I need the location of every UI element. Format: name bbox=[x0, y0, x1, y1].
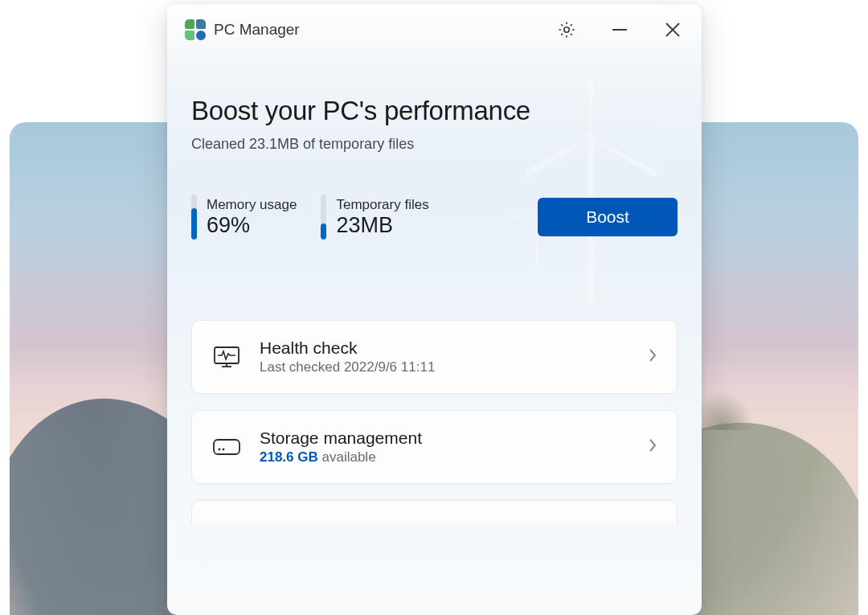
storage-sub: 218.6 GB available bbox=[260, 449, 630, 465]
close-button[interactable] bbox=[661, 18, 684, 41]
storage-icon bbox=[211, 432, 242, 462]
health-check-card[interactable]: Health check Last checked 2022/9/6 11:11 bbox=[191, 320, 678, 394]
pc-manager-logo-icon bbox=[185, 19, 206, 40]
boost-button[interactable]: Boost bbox=[538, 198, 678, 236]
storage-management-card[interactable]: Storage management 218.6 GB available bbox=[191, 410, 678, 484]
minimize-button[interactable] bbox=[608, 18, 631, 41]
pc-manager-window: PC Manager Boost your P bbox=[167, 4, 702, 615]
chevron-right-icon bbox=[648, 437, 657, 457]
temp-files-bar-fill bbox=[321, 223, 326, 240]
svg-rect-10 bbox=[214, 440, 240, 454]
svg-point-11 bbox=[219, 449, 221, 451]
window-controls bbox=[555, 18, 684, 41]
close-icon bbox=[664, 21, 682, 39]
partial-card[interactable] bbox=[191, 500, 678, 524]
memory-usage-label: Memory usage bbox=[207, 197, 297, 213]
app-logo: PC Manager bbox=[185, 19, 300, 40]
storage-available-value: 218.6 GB bbox=[260, 449, 318, 465]
hero-subhead: Cleaned 23.1MB of temporary files bbox=[191, 136, 678, 153]
health-check-sub: Last checked 2022/9/6 11:11 bbox=[260, 359, 630, 375]
hero-headline: Boost your PC's performance bbox=[191, 96, 678, 126]
health-check-icon bbox=[211, 342, 242, 372]
memory-usage-bar bbox=[191, 195, 197, 240]
app-title: PC Manager bbox=[214, 21, 300, 39]
temp-files-label: Temporary files bbox=[336, 197, 428, 213]
storage-title: Storage management bbox=[260, 428, 630, 448]
minimize-icon bbox=[611, 21, 628, 39]
gear-icon bbox=[557, 20, 576, 39]
settings-button[interactable] bbox=[555, 18, 578, 41]
title-bar: PC Manager bbox=[167, 4, 702, 55]
stats-row: Memory usage 69% Temporary files 23MB Bo… bbox=[191, 195, 678, 240]
temp-files-bar bbox=[321, 195, 326, 240]
temp-files-stat: Temporary files 23MB bbox=[321, 195, 428, 240]
main-content: Boost your PC's performance Cleaned 23.1… bbox=[167, 55, 702, 540]
chevron-right-icon bbox=[648, 347, 657, 367]
memory-usage-value: 69% bbox=[207, 213, 297, 238]
storage-available-suffix: available bbox=[318, 449, 376, 465]
temp-files-value: 23MB bbox=[336, 213, 428, 238]
svg-point-3 bbox=[564, 27, 569, 32]
svg-point-12 bbox=[223, 449, 225, 451]
memory-usage-bar-fill bbox=[191, 208, 197, 240]
memory-usage-stat: Memory usage 69% bbox=[191, 195, 297, 240]
health-check-title: Health check bbox=[260, 338, 630, 358]
